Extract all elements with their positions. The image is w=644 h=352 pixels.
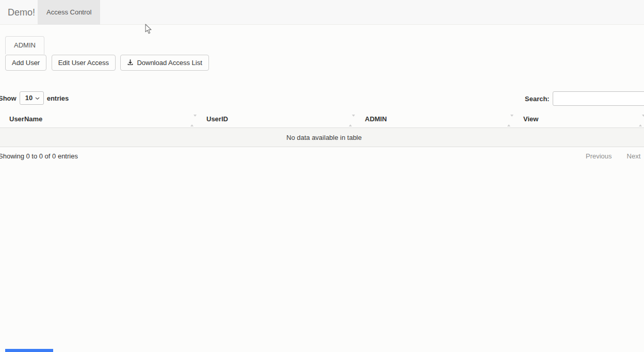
search-input[interactable]: [553, 91, 644, 106]
pagination: PreviousNext: [586, 152, 640, 160]
gif-progress-bar: [5, 349, 53, 352]
download-icon: [127, 59, 134, 66]
column-header-admin[interactable]: ADMIN: [360, 110, 518, 128]
toolbar: Add User Edit User Access Download Acces…: [5, 55, 212, 71]
page-length-select[interactable]: 10: [20, 91, 44, 105]
table-length-control: Show10entries: [0, 91, 69, 105]
navbar: Demo! Access Control: [0, 0, 644, 25]
chevron-down-icon: [35, 97, 40, 100]
empty-table-row: No data available in table: [0, 128, 644, 147]
show-label: Show: [0, 94, 17, 102]
mouse-cursor-icon: [145, 24, 152, 37]
entries-label: entries: [47, 94, 69, 102]
sort-icon[interactable]: [190, 117, 197, 124]
add-user-button[interactable]: Add User: [5, 55, 46, 71]
empty-table-message: No data available in table: [0, 128, 644, 147]
access-table: UserName UserID ADMIN View No data avail…: [0, 110, 644, 147]
column-header-view[interactable]: View: [518, 110, 644, 128]
table-info: Showing 0 to 0 of 0 entries: [0, 152, 78, 160]
next-button[interactable]: Next: [627, 152, 641, 160]
edit-user-access-button[interactable]: Edit User Access: [52, 55, 116, 71]
table-search-control: Search:: [525, 91, 644, 106]
sort-icon[interactable]: [507, 117, 513, 124]
download-access-list-button[interactable]: Download Access List: [120, 55, 208, 71]
search-label: Search:: [525, 95, 550, 103]
table-header-row: UserName UserID ADMIN View: [0, 110, 644, 128]
previous-button[interactable]: Previous: [586, 152, 612, 160]
page-length-value: 10: [25, 94, 33, 102]
nav-item-access-control[interactable]: Access Control: [38, 0, 100, 25]
page: Demo! Access Control ADMIN Add User Edit…: [0, 0, 644, 352]
download-access-list-label: Download Access List: [137, 59, 202, 67]
column-header-userid[interactable]: UserID: [201, 110, 360, 128]
column-header-username[interactable]: UserName: [0, 110, 201, 128]
sort-icon[interactable]: [639, 117, 644, 124]
sort-icon[interactable]: [349, 117, 355, 124]
tab-admin[interactable]: ADMIN: [5, 36, 44, 54]
navbar-brand[interactable]: Demo!: [8, 0, 35, 25]
